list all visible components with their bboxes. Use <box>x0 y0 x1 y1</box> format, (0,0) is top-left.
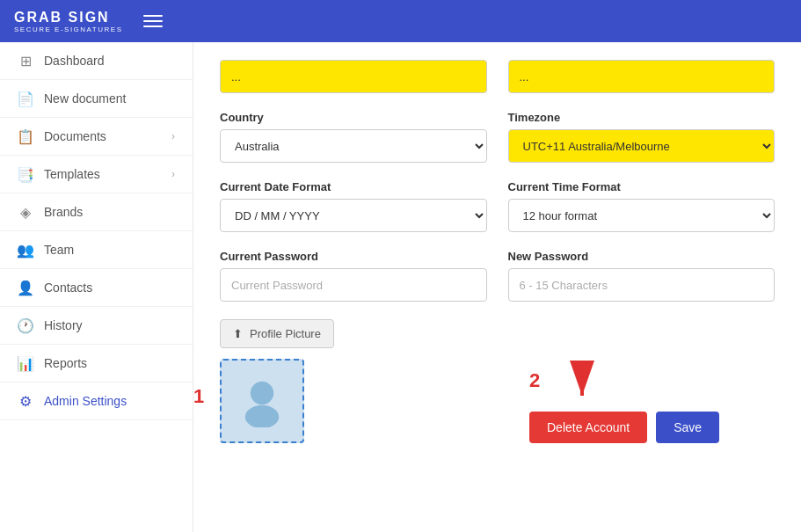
country-timezone-row: Country Australia Timezone UTC+11 Austra… <box>220 111 775 163</box>
sidebar-label-documents: Documents <box>44 129 106 143</box>
avatar-icon <box>236 375 288 427</box>
arrow-2-svg <box>547 359 600 403</box>
documents-icon: 📋 <box>18 128 33 144</box>
form-group-partial-right <box>508 60 776 93</box>
action-buttons: Delete Account Save <box>529 412 719 443</box>
svg-point-2 <box>251 382 273 404</box>
sidebar-item-team[interactable]: 👥 Team <box>0 231 193 269</box>
dashboard-icon: ⊞ <box>18 53 33 69</box>
logo-main: GRAB SIGN <box>14 9 122 26</box>
form-group-date-format: Current Date Format DD / MM / YYYY <box>220 180 487 232</box>
sidebar: ⊞ Dashboard 📄 New document 📋 Documents ›… <box>0 42 193 532</box>
history-icon: 🕐 <box>18 317 33 333</box>
sidebar-item-dashboard[interactable]: ⊞ Dashboard <box>0 42 193 80</box>
form-group-timezone: Timezone UTC+11 Australia/Melbourne <box>508 111 776 163</box>
logo-sub: SECURE E-SIGNATURES <box>14 26 122 34</box>
time-format-label: Current Time Format <box>508 180 776 193</box>
sidebar-item-new-document[interactable]: 📄 New document <box>0 80 193 118</box>
partial-input-left[interactable] <box>220 60 487 93</box>
form-group-new-password: New Password <box>508 250 776 302</box>
new-document-icon: 📄 <box>18 91 33 106</box>
sidebar-item-admin-settings[interactable]: ⚙ Admin Settings <box>0 383 193 420</box>
date-format-select[interactable]: DD / MM / YYYY <box>220 199 487 232</box>
profile-picture-label: Profile Picture <box>250 327 321 340</box>
topbar: GRAB SIGN SECURE E-SIGNATURES <box>0 0 801 42</box>
sidebar-label-history: History <box>44 318 83 332</box>
timezone-label: Timezone <box>508 111 776 124</box>
sidebar-item-documents[interactable]: 📋 Documents › <box>0 118 193 156</box>
profile-picture-preview <box>220 359 304 443</box>
sidebar-item-contacts[interactable]: 👤 Contacts <box>0 269 193 307</box>
new-password-input[interactable] <box>508 268 776 302</box>
date-format-label: Current Date Format <box>220 180 487 193</box>
chevron-right-icon-2: › <box>171 168 175 180</box>
contacts-icon: 👤 <box>18 280 33 295</box>
hamburger-button[interactable] <box>140 11 166 31</box>
profile-picture-button[interactable]: ⬆ Profile Picture <box>220 319 334 348</box>
form-group-time-format: Current Time Format 12 hour format <box>508 180 776 232</box>
date-time-format-row: Current Date Format DD / MM / YYYY Curre… <box>220 180 775 232</box>
annotation-1: 1 <box>193 385 204 408</box>
sidebar-label-team: Team <box>44 243 74 257</box>
sidebar-label-dashboard: Dashboard <box>44 54 105 68</box>
current-password-input[interactable] <box>220 268 487 302</box>
sidebar-label-new-document: New document <box>44 91 126 106</box>
sidebar-item-templates[interactable]: 📑 Templates › <box>0 156 193 193</box>
svg-point-3 <box>245 405 279 427</box>
sidebar-label-reports: Reports <box>44 356 87 370</box>
sidebar-label-contacts: Contacts <box>44 281 92 295</box>
country-label: Country <box>220 111 487 124</box>
reports-icon: 📊 <box>18 355 33 371</box>
profile-section: ⬆ Profile Picture 1 <box>220 319 775 443</box>
password-row: Current Password New Password <box>220 250 775 302</box>
save-button[interactable]: Save <box>656 412 719 443</box>
brands-icon: ◈ <box>18 204 33 220</box>
admin-settings-icon: ⚙ <box>18 393 33 409</box>
top-partial-row <box>220 60 775 93</box>
form-group-current-password: Current Password <box>220 250 487 302</box>
chevron-right-icon: › <box>171 130 175 142</box>
layout: ⊞ Dashboard 📄 New document 📋 Documents ›… <box>0 42 801 532</box>
form-group-partial-left <box>220 60 487 93</box>
sidebar-label-brands: Brands <box>44 205 83 219</box>
new-password-label: New Password <box>508 250 776 263</box>
timezone-select[interactable]: UTC+11 Australia/Melbourne <box>508 129 776 163</box>
form-group-country: Country Australia <box>220 111 487 163</box>
sidebar-item-brands[interactable]: ◈ Brands <box>0 193 193 231</box>
annotation-2: 2 <box>529 369 540 392</box>
sidebar-label-templates: Templates <box>44 167 100 181</box>
templates-icon: 📑 <box>18 166 33 182</box>
logo: GRAB SIGN SECURE E-SIGNATURES <box>14 9 122 34</box>
current-password-label: Current Password <box>220 250 487 263</box>
partial-input-right[interactable] <box>508 60 776 93</box>
sidebar-item-reports[interactable]: 📊 Reports <box>0 345 193 383</box>
sidebar-label-admin-settings: Admin Settings <box>44 394 127 408</box>
main-content: Country Australia Timezone UTC+11 Austra… <box>193 42 801 532</box>
upload-icon: ⬆ <box>233 327 243 340</box>
country-select[interactable]: Australia <box>220 129 487 163</box>
time-format-select[interactable]: 12 hour format <box>508 199 776 232</box>
team-icon: 👥 <box>18 242 33 258</box>
delete-account-button[interactable]: Delete Account <box>529 412 647 443</box>
sidebar-item-history[interactable]: 🕐 History <box>0 307 193 345</box>
